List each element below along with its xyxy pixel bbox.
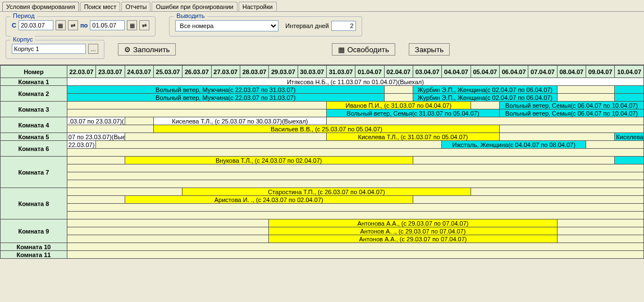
- booking-label: Антонов А.А., (с 29.03.07 по 07.04.07): [269, 236, 556, 242]
- booking-label: Антонова А.А., (с 29.03.07 по 07.04.07): [269, 220, 556, 227]
- calendar-icon[interactable]: ▦: [127, 20, 137, 30]
- empty-cell[interactable]: [67, 219, 268, 227]
- booking-bar[interactable]: Аристова И. ., (с 24.03.07 по 02.04.07): [125, 196, 413, 204]
- free-button[interactable]: ▦ Освободить: [332, 43, 395, 56]
- booking-bar[interactable]: Антонова А.А., (с 29.03.07 по 07.04.07): [269, 219, 557, 227]
- date-header: 08.04.07: [557, 66, 586, 78]
- empty-cell[interactable]: [471, 188, 643, 196]
- booking-bar[interactable]: 07 по 23.03.07)(Вые: [67, 133, 125, 141]
- empty-cell[interactable]: [67, 125, 153, 133]
- date-header: 23.03.07: [96, 66, 125, 78]
- close-button[interactable]: Закрыть: [409, 43, 450, 56]
- fill-icon: ⚙: [124, 45, 131, 54]
- empty-cell[interactable]: [67, 188, 182, 196]
- room-label: Комната 6: [1, 141, 67, 157]
- empty-cell[interactable]: [67, 235, 268, 243]
- tab-2[interactable]: Отчеты: [121, 2, 150, 11]
- booking-bar[interactable]: Киселева: [615, 133, 644, 141]
- tab-3[interactable]: Ошибки при бронировании: [152, 2, 237, 11]
- empty-cell[interactable]: [67, 204, 643, 212]
- arrows-icon[interactable]: ⇄: [139, 20, 149, 30]
- booking-bar[interactable]: Вольный ветер, Мужчина(с 22.03.07 по 31.…: [67, 86, 384, 94]
- from-date-input[interactable]: [19, 20, 53, 30]
- tab-bar: Условия формированияПоиск местОтчетыОшиб…: [0, 0, 644, 12]
- booking-bar[interactable]: Вольный ветер, Семья(с 06.04.07 по 10.04…: [499, 109, 643, 117]
- empty-cell[interactable]: [67, 243, 643, 251]
- empty-cell[interactable]: [67, 157, 125, 164]
- empty-cell[interactable]: [67, 172, 643, 180]
- date-header: 28.03.07: [240, 66, 268, 78]
- calendar-icon[interactable]: ▦: [56, 20, 66, 30]
- empty-cell[interactable]: [499, 125, 643, 133]
- fill-button[interactable]: ⚙ Заполнить: [118, 43, 176, 56]
- booking-bar[interactable]: Васильев В.В., (с 25.03.07 по 05.04.07): [153, 125, 499, 133]
- from-label: С: [12, 22, 16, 29]
- empty-cell[interactable]: [557, 235, 643, 243]
- empty-cell[interactable]: [557, 94, 615, 102]
- booking-label: Журбин Э.П., Женщина(с 02.04.07 по 06.04…: [413, 94, 557, 101]
- empty-cell[interactable]: [67, 180, 643, 188]
- output-fieldset: Выводить Все номера Интервал дней: [169, 16, 362, 36]
- controls-row-2: Корпус … ⚙ Заполнить ▦ Освободить Закрыт…: [0, 40, 644, 65]
- booking-label: Вольный ветер, Семья(с 06.04.07 по 10.04…: [500, 102, 643, 109]
- booking-bar[interactable]: Киселева Т.Л., (с 31.03.07 по 05.04.07): [326, 133, 499, 141]
- empty-cell[interactable]: [96, 141, 442, 149]
- booking-bar[interactable]: [615, 94, 644, 102]
- booking-bar[interactable]: Антонов А.А., (с 29.03.07 по 07.04.07): [269, 235, 557, 243]
- booking-bar[interactable]: Вольный ветер, Семья(с 06.04.07 по 10.04…: [499, 102, 643, 109]
- empty-cell[interactable]: [471, 102, 499, 109]
- booking-bar[interactable]: Внукова Т.Л., (с 24.03.07 по 02.04.07): [125, 157, 413, 164]
- booking-bar[interactable]: Иванов П.И., (с 31.03.07 по 04.04.07): [326, 102, 471, 109]
- interval-input[interactable]: [331, 21, 356, 31]
- date-header: 05.04.07: [471, 66, 499, 78]
- booking-bar[interactable]: .03.07 по 23.03.07)(: [67, 117, 125, 125]
- booking-bar[interactable]: Антонов А. ., (с 29.03.07 по 07.04.07): [269, 227, 557, 235]
- empty-cell[interactable]: [384, 94, 413, 102]
- empty-cell[interactable]: [67, 109, 326, 117]
- booking-bar[interactable]: Киселева Т.Л., (с 25.03.07 по 30.03.07)(…: [153, 117, 326, 125]
- empty-cell[interactable]: [586, 141, 644, 149]
- to-date-input[interactable]: [90, 20, 125, 30]
- booking-bar[interactable]: Журбин Э.П., Женщина(с 02.04.07 по 06.04…: [413, 86, 557, 94]
- empty-cell[interactable]: [557, 219, 643, 227]
- empty-cell[interactable]: [67, 212, 643, 219]
- empty-cell[interactable]: [125, 133, 326, 141]
- booking-bar[interactable]: Журбин Э.П., Женщина(с 02.04.07 по 06.04…: [413, 94, 557, 102]
- booking-bar[interactable]: 22.03.07): [67, 141, 95, 149]
- tab-0[interactable]: Условия формирования: [2, 2, 79, 11]
- booking-bar[interactable]: [615, 157, 644, 164]
- empty-cell[interactable]: [67, 196, 125, 204]
- lookup-icon[interactable]: …: [88, 44, 98, 54]
- tab-1[interactable]: Поиск мест: [80, 2, 121, 11]
- empty-cell[interactable]: [125, 117, 153, 125]
- booking-label: Вольный ветер, Семья(с 31.03.07 по 05.04…: [327, 110, 499, 117]
- empty-cell[interactable]: [413, 157, 614, 164]
- rooms-select[interactable]: Все номера: [175, 20, 278, 31]
- building-input[interactable]: [12, 44, 86, 54]
- booking-bar[interactable]: Старостина Т.П., (с 26.03.07 по 04.04.07…: [182, 188, 471, 196]
- empty-cell[interactable]: [67, 149, 643, 157]
- booking-label: Старостина Т.П., (с 26.03.07 по 04.04.07…: [182, 189, 470, 195]
- booking-bar[interactable]: [615, 86, 644, 94]
- empty-cell[interactable]: [326, 117, 643, 125]
- empty-cell[interactable]: [413, 196, 643, 204]
- tab-4[interactable]: Настройки: [239, 2, 277, 11]
- empty-cell[interactable]: [384, 86, 413, 94]
- booking-label: Вольный ветер, Мужчина(с 22.03.07 по 31.…: [67, 86, 384, 93]
- empty-cell[interactable]: [67, 102, 326, 109]
- arrows-icon[interactable]: ⇄: [68, 20, 78, 30]
- booking-bar[interactable]: Вольный ветер, Мужчина(с 22.03.07 по 31.…: [67, 94, 384, 102]
- building-fieldset: Корпус …: [6, 40, 104, 59]
- room-label: Комната 10: [1, 243, 67, 251]
- gantt-grid: Номер22.03.0723.03.0724.03.0725.03.0726.…: [0, 65, 644, 259]
- empty-cell[interactable]: [499, 133, 614, 141]
- booking-bar[interactable]: Вольный ветер, Семья(с 31.03.07 по 05.04…: [326, 109, 499, 117]
- empty-cell[interactable]: [67, 251, 643, 259]
- empty-cell[interactable]: [557, 86, 615, 94]
- booking-bar[interactable]: Итяксова Н.Б., (с 11.03.07 по 01.04.07)(…: [67, 78, 643, 86]
- empty-cell[interactable]: [557, 227, 643, 235]
- empty-cell[interactable]: [67, 164, 643, 172]
- empty-cell[interactable]: [67, 227, 268, 235]
- booking-bar[interactable]: Ижсталь, Женщина(с 04.04.07 по 08.04.07): [442, 141, 586, 149]
- booking-label: Антонов А. ., (с 29.03.07 по 07.04.07): [269, 228, 556, 235]
